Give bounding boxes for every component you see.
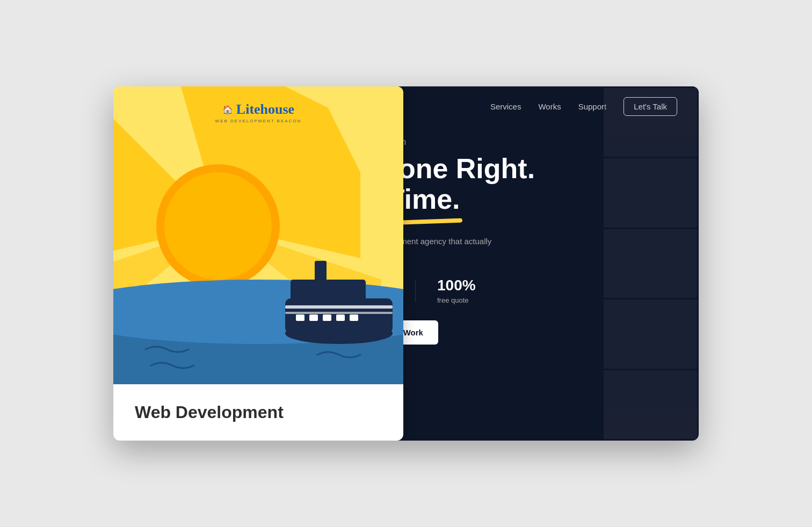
stat-divider	[415, 280, 416, 302]
browser-frame: 🏠 Litehouse WEB DEVELOPMENT BEACON Web D…	[113, 86, 699, 441]
nav-works[interactable]: Works	[538, 102, 561, 111]
stat-percent-value: 100%	[437, 277, 476, 294]
card-title: Web Development	[135, 402, 284, 422]
svg-point-15	[285, 323, 393, 344]
svg-rect-20	[323, 314, 331, 321]
svg-rect-24	[285, 312, 393, 314]
svg-point-10	[164, 172, 272, 280]
svg-rect-18	[296, 314, 305, 321]
logo-tagline: WEB DEVELOPMENT BEACON	[215, 119, 302, 123]
bg-tile-2	[604, 158, 697, 227]
stat-percent-label: free quote	[437, 296, 476, 304]
illustration-area: 🏠 Litehouse WEB DEVELOPMENT BEACON	[113, 86, 403, 384]
nav-services[interactable]: Services	[490, 102, 521, 111]
logo-brand: Litehouse	[236, 101, 294, 118]
card-title-area: Web Development	[113, 384, 403, 441]
bg-tile-3	[604, 229, 697, 298]
bg-tile-1	[604, 88, 697, 157]
svg-rect-17	[315, 261, 327, 282]
stat-percent-block: 100% free quote	[437, 277, 476, 304]
svg-rect-23	[285, 305, 393, 309]
bg-tile-5	[604, 370, 697, 439]
svg-rect-16	[291, 280, 366, 301]
svg-rect-22	[350, 314, 358, 321]
svg-rect-19	[309, 314, 318, 321]
bg-tile-4	[604, 299, 697, 368]
left-card: 🏠 Litehouse WEB DEVELOPMENT BEACON Web D…	[113, 86, 403, 441]
svg-rect-21	[336, 314, 345, 321]
